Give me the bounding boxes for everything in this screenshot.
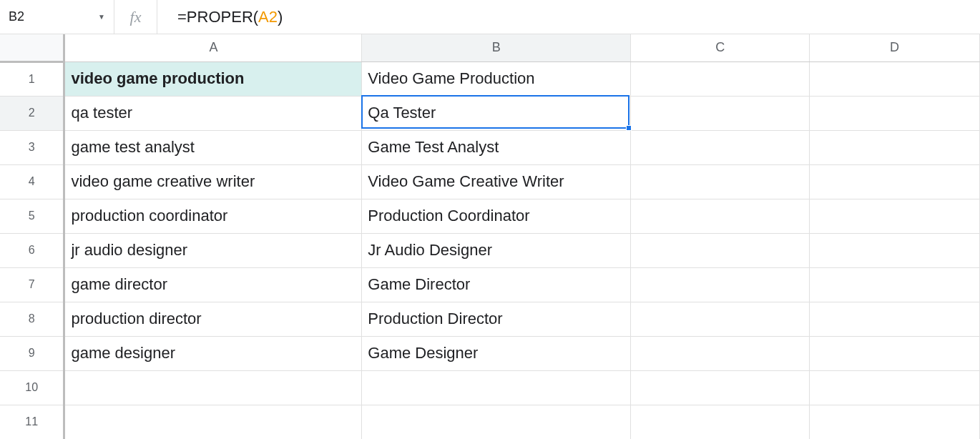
cell-b9[interactable]: Game Designer — [362, 336, 631, 370]
col-header-label: D — [890, 40, 899, 54]
formula-ref: A2 — [258, 8, 278, 26]
row-header-label: 9 — [29, 347, 35, 359]
cell-b5[interactable]: Production Coordinator — [362, 199, 631, 233]
cell-b3[interactable]: Game Test Analyst — [362, 130, 631, 164]
cell-value: game designer — [71, 344, 175, 362]
cell-a9[interactable]: game designer — [64, 336, 362, 370]
cell-b10[interactable] — [362, 370, 631, 405]
row-header-8[interactable]: 8 — [0, 302, 64, 336]
row-header-label: 6 — [29, 244, 35, 256]
row-header-5[interactable]: 5 — [0, 199, 64, 233]
name-box[interactable]: B2 ▼ — [0, 0, 114, 34]
row-header-9[interactable]: 9 — [0, 336, 64, 370]
cell-a5[interactable]: production coordinator — [64, 199, 362, 233]
spreadsheet-grid: A B C D 1 video game production Video Ga… — [0, 34, 980, 439]
cell-d11[interactable] — [810, 405, 980, 439]
cell-c10[interactable] — [631, 370, 810, 405]
row-header-10[interactable]: 10 — [0, 370, 64, 405]
cell-b6[interactable]: Jr Audio Designer — [362, 233, 631, 267]
row-header-4[interactable]: 4 — [0, 164, 64, 199]
cell-d6[interactable] — [810, 233, 980, 267]
cell-d9[interactable] — [810, 336, 980, 370]
cell-c6[interactable] — [631, 233, 810, 267]
cell-c4[interactable] — [631, 164, 810, 199]
row-header-7[interactable]: 7 — [0, 267, 64, 302]
cell-value: video game creative writer — [71, 172, 255, 190]
cell-a6[interactable]: jr audio designer — [64, 233, 362, 267]
cell-b11[interactable] — [362, 405, 631, 439]
row-header-11[interactable]: 11 — [0, 405, 64, 439]
row-header-2[interactable]: 2 — [0, 96, 64, 130]
row-header-label: 3 — [29, 141, 35, 153]
row-header-label: 5 — [29, 209, 35, 222]
cell-c11[interactable] — [631, 405, 810, 439]
select-all-corner[interactable] — [0, 34, 64, 61]
formula-equals: = — [177, 8, 187, 26]
cell-d5[interactable] — [810, 199, 980, 233]
cell-c7[interactable] — [631, 267, 810, 302]
cell-value: jr audio designer — [71, 241, 187, 259]
cell-b4[interactable]: Video Game Creative Writer — [362, 164, 631, 199]
row-header-label: 11 — [25, 415, 38, 428]
cell-c5[interactable] — [631, 199, 810, 233]
row-header-label: 7 — [29, 278, 35, 290]
col-header-label: A — [209, 40, 217, 54]
row-header-1[interactable]: 1 — [0, 61, 64, 96]
cell-a2[interactable]: qa tester — [64, 96, 362, 130]
name-box-value: B2 — [9, 9, 24, 24]
formula-bar: B2 ▼ fx =PROPER(A2) — [0, 0, 980, 34]
row-header-label: 1 — [29, 73, 35, 85]
row-header-label: 8 — [29, 312, 35, 325]
cell-a11[interactable] — [64, 405, 362, 439]
col-header-b[interactable]: B — [362, 34, 631, 61]
cell-d1[interactable] — [810, 61, 980, 96]
cell-b8[interactable]: Production Director — [362, 302, 631, 336]
row-header-3[interactable]: 3 — [0, 130, 64, 164]
cell-b1[interactable]: Video Game Production — [362, 61, 631, 96]
cell-value: Production Director — [368, 310, 502, 327]
cell-value: Video Game Production — [368, 69, 534, 87]
cell-a1[interactable]: video game production — [64, 61, 362, 96]
cell-a8[interactable]: production director — [64, 302, 362, 336]
cell-value: Game Director — [368, 275, 470, 293]
row-header-label: 2 — [29, 107, 35, 119]
row-header-label: 4 — [29, 175, 35, 187]
cell-c1[interactable] — [631, 61, 810, 96]
cell-value: Video Game Creative Writer — [368, 172, 564, 190]
cell-value: game director — [71, 275, 167, 293]
cell-value: Jr Audio Designer — [368, 241, 492, 259]
cell-d8[interactable] — [810, 302, 980, 336]
cell-value: Production Coordinator — [368, 207, 529, 225]
cell-value: game test analyst — [71, 138, 194, 156]
cell-value: Game Designer — [368, 344, 478, 362]
cell-value: Qa Tester — [368, 104, 436, 122]
cell-c8[interactable] — [631, 302, 810, 336]
formula-input[interactable]: =PROPER(A2) — [157, 0, 980, 34]
cell-d7[interactable] — [810, 267, 980, 302]
cell-c3[interactable] — [631, 130, 810, 164]
col-header-label: B — [492, 40, 501, 54]
cell-d2[interactable] — [810, 96, 980, 130]
fx-icon: fx — [114, 0, 157, 34]
cell-a7[interactable]: game director — [64, 267, 362, 302]
cell-c9[interactable] — [631, 336, 810, 370]
cell-value: production director — [71, 310, 201, 327]
cell-b7[interactable]: Game Director — [362, 267, 631, 302]
cell-value: Game Test Analyst — [368, 138, 499, 156]
row-header-6[interactable]: 6 — [0, 233, 64, 267]
cell-d4[interactable] — [810, 164, 980, 199]
cell-a3[interactable]: game test analyst — [64, 130, 362, 164]
cell-a10[interactable] — [64, 370, 362, 405]
row-header-label: 10 — [25, 381, 38, 393]
cell-c2[interactable] — [631, 96, 810, 130]
cell-value: production coordinator — [71, 207, 227, 225]
col-header-d[interactable]: D — [810, 34, 980, 61]
name-box-dropdown-icon[interactable]: ▼ — [98, 13, 105, 21]
cell-value: video game production — [71, 69, 244, 87]
col-header-a[interactable]: A — [64, 34, 362, 61]
cell-a4[interactable]: video game creative writer — [64, 164, 362, 199]
cell-b2[interactable]: Qa Tester — [362, 96, 631, 130]
cell-d3[interactable] — [810, 130, 980, 164]
col-header-c[interactable]: C — [631, 34, 810, 61]
cell-d10[interactable] — [810, 370, 980, 405]
